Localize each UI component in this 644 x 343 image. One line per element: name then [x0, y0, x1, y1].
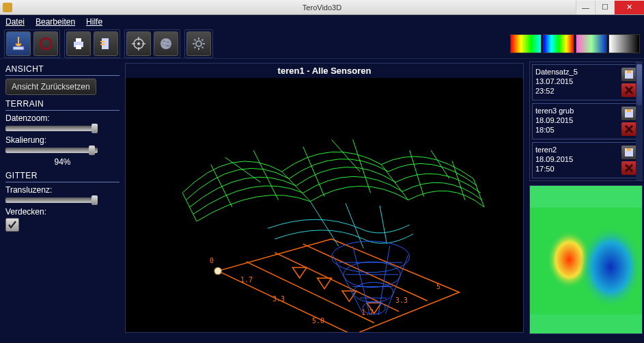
dataset-delete-button[interactable] [621, 83, 636, 97]
dataset-date: 18.09.2015 [535, 116, 574, 124]
verdecken-checkbox[interactable] [5, 218, 19, 232]
svg-rect-6 [100, 41, 104, 42]
skalierung-label: Skalierung: [5, 135, 120, 145]
settings-button[interactable] [186, 31, 211, 56]
save-icon [624, 148, 634, 157]
svg-rect-30 [627, 148, 631, 151]
svg-point-11 [196, 41, 201, 46]
terrain-header: TERRAIN [5, 99, 120, 111]
menu-bearbeiten[interactable]: Bearbeiten [36, 17, 75, 27]
close-button[interactable]: ✕ [614, 1, 644, 14]
svg-rect-3 [76, 38, 81, 42]
gradient-rainbow-warm[interactable] [510, 34, 542, 53]
check-icon [8, 220, 17, 230]
gradient-rainbow-cool[interactable] [543, 34, 574, 53]
record-icon [38, 36, 54, 52]
right-panel: Datensatz_5 13.07.2015 23:52 teren3 grub… [528, 59, 644, 340]
record-button[interactable] [33, 31, 58, 56]
delete-icon [625, 125, 633, 133]
svg-marker-16 [292, 267, 307, 278]
titlebar: TeroVido3D — ☐ ✕ [0, 0, 644, 15]
dataset-save-button[interactable] [621, 107, 636, 120]
minimize-button[interactable]: — [576, 1, 595, 14]
viewport: teren1 - Alle Sensoren [125, 63, 524, 333]
axis-label: 1.7 [240, 276, 253, 284]
scrollbar-thumb[interactable] [636, 64, 642, 105]
save-button[interactable] [6, 31, 31, 56]
dataset-list: Datensatz_5 13.07.2015 23:52 teren3 grub… [529, 61, 643, 181]
print-icon [70, 36, 87, 52]
terrain-render [126, 78, 523, 333]
heatmap-image [530, 186, 642, 333]
svg-rect-7 [100, 44, 104, 45]
axis-label: 3.3 [395, 297, 408, 304]
axis-label: 5.0 [312, 317, 324, 325]
left-panel: ANSICHT Ansicht Zurücksetzen TERRAIN Dat… [0, 59, 125, 340]
heatmap-preview[interactable] [529, 185, 643, 334]
save-icon [624, 109, 634, 118]
delete-icon [625, 164, 633, 172]
file-icon [98, 36, 114, 52]
verdecken-label: Verdecken: [5, 207, 120, 217]
dataset-date: 18.09.2015 [535, 155, 573, 163]
save-icon [624, 70, 634, 79]
window-title: TeroVido3D [303, 3, 341, 12]
dataset-save-button[interactable] [621, 68, 636, 81]
svg-point-20 [331, 241, 409, 273]
dataset-time: 18:05 [535, 126, 574, 134]
gitter-header: GITTER [5, 171, 120, 182]
dataset-delete-button[interactable] [621, 122, 636, 136]
dataset-item[interactable]: teren3 grub 18.09.2015 18:05 [532, 103, 640, 139]
svg-marker-18 [342, 291, 356, 302]
toolbar [0, 29, 644, 59]
svg-marker-17 [318, 278, 332, 289]
svg-rect-33 [530, 186, 642, 333]
svg-rect-35 [530, 314, 642, 333]
datenzoom-slider[interactable] [5, 124, 98, 133]
svg-rect-26 [627, 70, 631, 73]
ansicht-header: ANSICHT [5, 64, 120, 76]
svg-rect-0 [13, 46, 24, 50]
axis-label: 3.3 [272, 295, 285, 303]
svg-point-24 [214, 267, 221, 274]
svg-point-9 [137, 42, 140, 45]
skalierung-value: 94% [5, 157, 120, 167]
datenzoom-label: Datenzoom: [5, 113, 120, 123]
print-button[interactable] [66, 31, 91, 56]
svg-marker-12 [218, 239, 459, 333]
transluzenz-slider[interactable] [5, 196, 98, 204]
svg-point-1 [40, 38, 51, 49]
gradient-grayscale[interactable] [608, 34, 640, 53]
dataset-item[interactable]: teren2 18.09.2015 17:50 [532, 142, 640, 178]
crosshair-button[interactable] [126, 31, 151, 56]
dataset-scrollbar[interactable] [636, 62, 643, 180]
menu-hilfe[interactable]: Hilfe [86, 17, 102, 27]
axis-origin: 0 [210, 257, 214, 264]
globe-button[interactable] [154, 31, 178, 56]
svg-rect-4 [76, 45, 81, 49]
svg-point-10 [160, 38, 171, 49]
gear-icon [191, 36, 207, 52]
svg-rect-34 [530, 186, 642, 208]
dataset-date: 13.07.2015 [535, 77, 578, 85]
crosshair-icon [130, 36, 147, 52]
menubar: Datei Bearbeiten Hilfe [0, 15, 644, 29]
skalierung-slider[interactable] [5, 146, 98, 154]
viewport-canvas[interactable]: 0 1.7 3.3 5.0 1.7 3.3 5 [126, 78, 523, 333]
axis-label: 1.7 [361, 309, 374, 316]
dataset-time: 23:52 [535, 87, 578, 95]
color-gradient-picker [510, 34, 640, 53]
dataset-save-button[interactable] [621, 146, 636, 159]
dataset-item[interactable]: Datensatz_5 13.07.2015 23:52 [532, 64, 640, 100]
reset-view-button[interactable]: Ansicht Zurücksetzen [5, 79, 96, 95]
app-icon [3, 3, 12, 12]
dataset-time: 17:50 [535, 165, 573, 173]
dataset-delete-button[interactable] [621, 161, 636, 175]
dataset-name: Datensatz_5 [535, 68, 578, 76]
menu-datei[interactable]: Datei [5, 17, 25, 27]
transluzenz-label: Transluzenz: [5, 185, 120, 195]
file-button[interactable] [94, 31, 118, 56]
maximize-button[interactable]: ☐ [595, 1, 614, 14]
dataset-name: teren3 grub [535, 107, 574, 115]
gradient-pink-green-blue[interactable] [576, 34, 607, 53]
